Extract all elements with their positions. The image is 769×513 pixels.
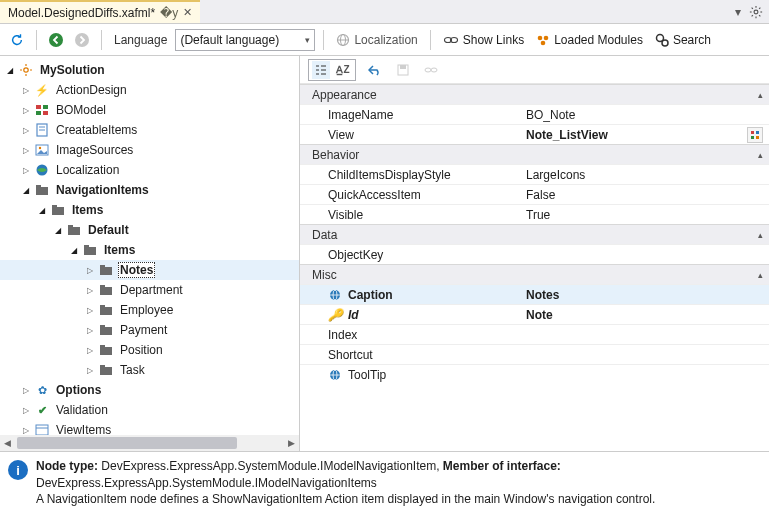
undo-icon[interactable]: [366, 61, 384, 79]
svg-rect-71: [751, 131, 754, 134]
globe-icon: [34, 162, 50, 178]
tree-item[interactable]: Employee: [0, 300, 299, 320]
pin-icon[interactable]: �у: [160, 6, 178, 20]
close-icon[interactable]: ✕: [183, 6, 192, 19]
prop-row[interactable]: ObjectKey: [300, 244, 769, 264]
search-button[interactable]: Search: [651, 33, 715, 47]
chevron-up-icon: ▴: [758, 90, 763, 100]
tree-item[interactable]: Items: [0, 200, 299, 220]
folder-icon: [98, 362, 114, 378]
language-value: (Default language): [180, 33, 279, 47]
dropdown-icon[interactable]: ▾: [735, 5, 741, 19]
category-behavior[interactable]: Behavior▴: [300, 144, 769, 164]
svg-line-7: [759, 7, 760, 8]
svg-rect-47: [100, 287, 112, 295]
alphabetical-icon[interactable]: A̲Z: [334, 61, 352, 79]
tree-item[interactable]: NavigationItems: [0, 180, 299, 200]
folder-icon: [82, 242, 98, 258]
svg-rect-49: [100, 307, 112, 315]
nav-fwd-button: [71, 29, 93, 51]
gear-icon: [18, 62, 34, 78]
tree-item[interactable]: ViewItems: [0, 420, 299, 435]
svg-rect-37: [36, 187, 48, 195]
property-grid[interactable]: Appearance▴ ImageNameBO_Note ViewNote_Li…: [300, 84, 769, 451]
tree-item[interactable]: Localization: [0, 160, 299, 180]
chevron-up-icon: ▴: [758, 230, 763, 240]
svg-rect-46: [100, 265, 105, 268]
svg-rect-40: [52, 205, 57, 208]
active-tab[interactable]: Model.DesignedDiffs.xafml* �у ✕: [0, 0, 200, 23]
sort-mode-toggle[interactable]: A̲Z: [308, 59, 356, 81]
prop-row[interactable]: ToolTip: [300, 364, 769, 384]
svg-rect-54: [100, 345, 105, 348]
tree-item[interactable]: Payment: [0, 320, 299, 340]
prop-row[interactable]: 🔑IdNote: [300, 304, 769, 324]
description-text: Node type: DevExpress.ExpressApp.SystemM…: [36, 458, 655, 507]
folder-icon: [98, 262, 114, 278]
ellipsis-button[interactable]: [747, 127, 763, 143]
svg-point-22: [24, 68, 28, 72]
svg-line-5: [752, 7, 753, 8]
view-icon: [34, 422, 50, 435]
prop-row[interactable]: Shortcut: [300, 344, 769, 364]
show-links-button[interactable]: Show Links: [439, 33, 528, 47]
tree-item[interactable]: Default: [0, 220, 299, 240]
horizontal-scrollbar[interactable]: ◀▶: [0, 435, 299, 451]
prop-row[interactable]: VisibleTrue: [300, 204, 769, 224]
refresh-button[interactable]: [6, 29, 28, 51]
prop-row[interactable]: ViewNote_ListView: [300, 124, 769, 144]
tree-item[interactable]: Task: [0, 360, 299, 380]
prop-row[interactable]: Index: [300, 324, 769, 344]
globe-icon: [328, 288, 342, 302]
gear-icon[interactable]: [749, 5, 763, 19]
description-panel: i Node type: DevExpress.ExpressApp.Syste…: [0, 451, 769, 513]
tree-item-selected[interactable]: Notes: [0, 260, 299, 280]
tree-item[interactable]: BOModel: [0, 100, 299, 120]
nav-back-button[interactable]: [45, 29, 67, 51]
tree-item[interactable]: ⚡ActionDesign: [0, 80, 299, 100]
language-select[interactable]: (Default language) ▾: [175, 29, 315, 51]
check-icon: ✔: [34, 402, 50, 418]
tab-title: Model.DesignedDiffs.xafml*: [8, 6, 155, 20]
svg-point-35: [39, 147, 41, 149]
svg-line-6: [759, 15, 760, 16]
svg-rect-57: [36, 425, 48, 435]
key-icon: 🔑: [328, 308, 342, 322]
folder-icon: [98, 342, 114, 358]
tree-item[interactable]: ImageSources: [0, 140, 299, 160]
svg-rect-29: [36, 111, 41, 115]
tree-item[interactable]: ✿Options: [0, 380, 299, 400]
svg-rect-38: [36, 185, 41, 188]
svg-rect-74: [756, 136, 759, 139]
tree-item[interactable]: Department: [0, 280, 299, 300]
prop-row[interactable]: ChildItemsDisplayStyleLargeIcons: [300, 164, 769, 184]
tab-right-controls: ▾: [729, 0, 769, 23]
prop-row[interactable]: ImageNameBO_Note: [300, 104, 769, 124]
svg-rect-51: [100, 327, 112, 335]
tree-item[interactable]: Items: [0, 240, 299, 260]
globe-icon: [336, 33, 350, 47]
model-tree[interactable]: MySolution ⚡ActionDesign BOModel Creatab…: [0, 56, 299, 435]
tree-root[interactable]: MySolution: [0, 60, 299, 80]
category-appearance[interactable]: Appearance▴: [300, 84, 769, 104]
svg-rect-39: [52, 207, 64, 215]
svg-rect-44: [84, 245, 89, 248]
folder-icon: [98, 282, 114, 298]
category-misc[interactable]: Misc▴: [300, 264, 769, 284]
tree-item[interactable]: Position: [0, 340, 299, 360]
loaded-modules-button[interactable]: Loaded Modules: [532, 33, 647, 47]
svg-rect-68: [400, 65, 406, 69]
categorized-icon[interactable]: [312, 61, 330, 79]
tree-item[interactable]: ✔Validation: [0, 400, 299, 420]
link-icon: [443, 34, 459, 46]
svg-rect-53: [100, 347, 112, 355]
prop-row-selected[interactable]: CaptionNotes: [300, 284, 769, 304]
svg-rect-72: [756, 131, 759, 134]
tree-item[interactable]: CreatableItems: [0, 120, 299, 140]
svg-rect-56: [100, 365, 105, 368]
category-data[interactable]: Data▴: [300, 224, 769, 244]
prop-row[interactable]: QuickAccessItemFalse: [300, 184, 769, 204]
svg-rect-73: [751, 136, 754, 139]
property-pane: A̲Z Appearance▴ ImageNameBO_Note ViewNot…: [300, 56, 769, 451]
folder-icon: [50, 202, 66, 218]
